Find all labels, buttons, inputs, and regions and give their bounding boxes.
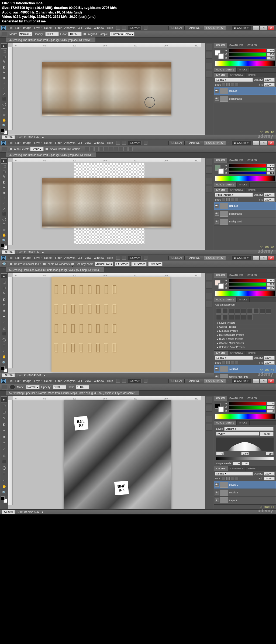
color-tab[interactable]: COLOR <box>214 158 227 163</box>
char-icon[interactable] <box>206 63 212 69</box>
styles-tab[interactable]: STYLES <box>245 158 259 163</box>
visibility-icon[interactable]: 👁 <box>215 204 219 208</box>
tool-3[interactable]: ✎ <box>1 415 7 421</box>
tool-14[interactable]: ✋ <box>1 354 7 360</box>
mode-dropdown[interactable]: Normal ▾ <box>19 32 32 36</box>
para-icon[interactable] <box>206 71 212 77</box>
tool-6[interactable]: ◉ <box>1 308 7 313</box>
tool-12[interactable]: T <box>1 222 7 227</box>
layer-row[interactable]: 👁 Background <box>214 218 276 226</box>
tool-15[interactable]: 🔍 <box>1 490 7 496</box>
canvas-area[interactable]: 050100150200250300 <box>8 158 205 250</box>
tool-9[interactable]: △ <box>1 206 7 211</box>
history-icon[interactable] <box>206 159 212 165</box>
adjustment-icon-9[interactable] <box>216 314 222 320</box>
document-canvas[interactable]: BNE参上 BNE参上 <box>64 400 171 509</box>
b-value[interactable]: 255 <box>267 56 275 60</box>
blend-mode-dropdown[interactable]: Normal ▾ <box>215 472 253 476</box>
r-value[interactable]: 0 <box>267 402 275 405</box>
history-icon[interactable] <box>206 397 212 404</box>
layer-thumbnail[interactable] <box>220 96 228 102</box>
actual-pixels-button[interactable]: Actual Pixels <box>95 262 113 266</box>
tool-8[interactable]: ⟋ <box>1 320 7 325</box>
color-tab[interactable]: COLOR <box>214 273 227 278</box>
swatches-tab[interactable]: SWATCHES <box>227 273 245 278</box>
para-icon[interactable] <box>206 186 212 192</box>
channels-tab[interactable]: CHANNELS <box>228 73 246 77</box>
lock-all-icon[interactable] <box>235 83 238 86</box>
adjustment-icon-5[interactable] <box>247 308 253 314</box>
adjustment-icon-8[interactable] <box>266 308 271 314</box>
flow-field[interactable]: 100% <box>68 32 82 36</box>
tool-10[interactable]: ⬛ <box>1 96 7 101</box>
layer-row[interactable]: 👁 Replace <box>214 202 276 210</box>
menu-filter[interactable]: Filter <box>55 141 61 144</box>
spectrum-ramp[interactable] <box>215 61 275 66</box>
masks-tab[interactable]: MASKS <box>237 297 250 302</box>
scrubby-checkbox[interactable]: ✓ <box>71 263 74 266</box>
swatches-tab[interactable]: SWATCHES <box>227 396 245 401</box>
styles-tab[interactable]: STYLES <box>245 273 259 278</box>
menu-3d[interactable]: 3D <box>78 256 82 259</box>
workspace-tab-essentials[interactable]: ESSENTIALS <box>203 141 226 145</box>
actions-icon[interactable] <box>206 405 212 412</box>
r-value[interactable]: 242 <box>267 279 275 282</box>
r-slider[interactable] <box>229 279 266 282</box>
align-icon[interactable] <box>85 147 89 151</box>
zoom-level[interactable]: 33.3% ▾ <box>128 379 142 383</box>
layers-tab[interactable]: LAYERS <box>214 466 228 471</box>
adjustment-icon-6[interactable] <box>253 308 259 314</box>
color-swatch[interactable] <box>215 403 224 412</box>
menu-edit[interactable]: Edit <box>15 256 20 259</box>
g-slider[interactable] <box>229 283 266 286</box>
tool-2[interactable]: ◫ <box>1 409 7 415</box>
close-button[interactable]: ✕ <box>268 379 275 383</box>
fill-input[interactable]: 100% <box>264 361 275 365</box>
tool-11[interactable]: ◯ <box>1 465 7 471</box>
layer-thumbnail[interactable] <box>220 490 228 496</box>
tool-13[interactable]: ▱ <box>1 227 7 232</box>
tool-11[interactable]: ◯ <box>1 102 7 107</box>
document-canvas[interactable] <box>42 178 171 228</box>
lock-position-icon[interactable] <box>231 477 234 480</box>
tool-9[interactable]: △ <box>1 91 7 96</box>
b-value[interactable]: 124 <box>267 171 275 175</box>
menu-layer[interactable]: Layer <box>34 379 42 382</box>
lock-pixels-icon[interactable] <box>226 477 230 480</box>
adjustment-icon-13[interactable] <box>241 314 246 320</box>
menu-analysis[interactable]: Analysis <box>64 256 75 259</box>
workspace-tab-design[interactable]: DESIGN <box>168 26 185 30</box>
maximize-button[interactable]: □ <box>260 256 267 260</box>
document-tab[interactable]: 05-Extracting Specular & Normal Maps fro… <box>6 391 139 395</box>
menu-analysis[interactable]: Analysis <box>64 379 75 382</box>
document-tab[interactable]: 06-Creating Occlusion Maps in Photoshop.… <box>6 267 104 272</box>
menu-window[interactable]: Window <box>94 26 104 29</box>
g-slider[interactable] <box>229 168 266 171</box>
layers-tab[interactable]: LAYERS <box>214 73 228 77</box>
menu-edit[interactable]: Edit <box>15 26 20 29</box>
tool-9[interactable]: △ <box>1 452 7 458</box>
menu-image[interactable]: Image <box>23 379 32 382</box>
paths-tab[interactable]: PATHS <box>246 188 258 192</box>
status-zoom[interactable]: 33.33% <box>2 135 15 139</box>
tool-9[interactable]: △ <box>1 325 7 331</box>
tool-preset-icon[interactable] <box>2 385 8 389</box>
menu-image[interactable]: Image <box>23 26 32 29</box>
tool-4[interactable]: ◐ <box>1 65 7 70</box>
tool-12[interactable]: T <box>1 343 7 348</box>
layer-thumbnail[interactable] <box>220 203 228 209</box>
adjustment-icon-7[interactable] <box>260 308 265 314</box>
adjustments-tab[interactable]: ADJUSTMENTS <box>214 421 237 425</box>
arrange-icon[interactable] <box>144 141 147 145</box>
r-value[interactable]: 255 <box>267 49 275 52</box>
autoselect-checkbox[interactable] <box>9 148 12 151</box>
channels-tab[interactable]: CHANNELS <box>228 466 246 471</box>
minimize-button[interactable]: — <box>253 256 260 260</box>
lock-position-icon[interactable] <box>231 361 234 364</box>
opacity-input[interactable]: 100% <box>264 472 275 476</box>
tool-13[interactable]: ▱ <box>1 477 7 483</box>
menu-help[interactable]: Help <box>107 256 113 259</box>
g-value[interactable]: 225 <box>267 283 275 286</box>
char-icon[interactable] <box>206 293 212 299</box>
workspace-tab-essentials[interactable]: ESSENTIALS <box>203 256 226 260</box>
